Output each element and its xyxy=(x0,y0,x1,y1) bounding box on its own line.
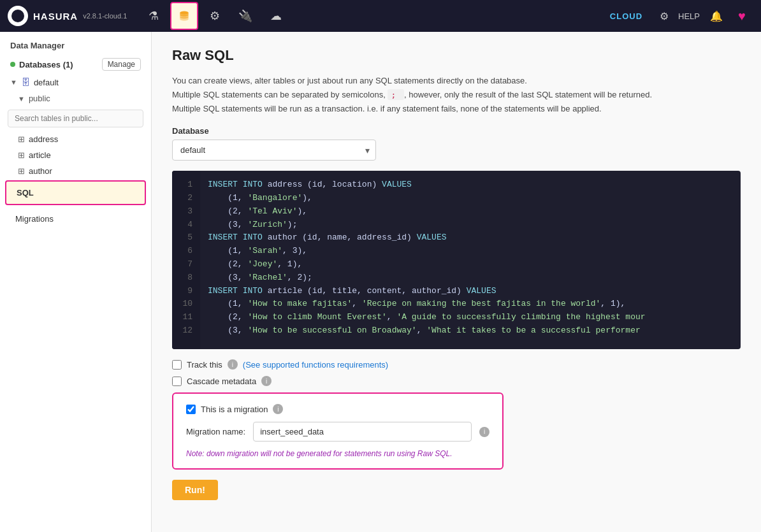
table-label-address: address xyxy=(29,134,58,144)
sql-nav-label: SQL xyxy=(17,188,34,198)
remote-schema-icon[interactable]: 🔌 xyxy=(231,2,259,30)
description-line1: You can create views, alter tables or ju… xyxy=(172,74,741,88)
page-title: Raw SQL xyxy=(172,47,741,64)
table-icon-author: ⊞ xyxy=(18,166,25,176)
actions-nav-icon[interactable]: ⚙ xyxy=(201,2,229,30)
migration-info-icon[interactable]: i xyxy=(273,404,283,414)
migration-name-info-icon[interactable]: i xyxy=(479,427,489,437)
sidebar-item-article[interactable]: ⊞ article xyxy=(0,147,151,163)
database-selector-wrapper: default ▾ xyxy=(172,140,376,161)
events-nav-icon[interactable]: ☁ xyxy=(262,2,290,30)
beaker-nav-icon[interactable]: ⚗ xyxy=(140,2,168,30)
table-label-article: article xyxy=(29,150,51,160)
sidebar-item-author[interactable]: ⊞ author xyxy=(0,163,151,179)
table-label-author: author xyxy=(29,166,52,176)
default-db-row[interactable]: ▼ 🗄 default xyxy=(0,73,151,91)
databases-text: Databases (1) xyxy=(19,60,73,69)
database-nav-icon[interactable] xyxy=(170,2,198,30)
cascade-metadata-checkbox[interactable] xyxy=(172,377,182,386)
is-migration-checkbox[interactable] xyxy=(186,405,196,414)
migration-box: This is a migration i Migration name: i … xyxy=(172,392,504,470)
sidebar-nav-migrations[interactable]: Migrations xyxy=(5,208,146,230)
databases-row: Databases (1) Manage xyxy=(0,55,151,73)
code-content[interactable]: INSERT INTO address (id, location) VALUE… xyxy=(200,171,741,349)
desc2-part1: Multiple SQL statements can be separated… xyxy=(172,90,386,99)
default-db-label: default xyxy=(34,78,59,87)
semicolon-code: ; xyxy=(388,89,404,100)
migration-note: Note: down migration will not be generat… xyxy=(186,449,489,458)
cascade-info-icon[interactable]: i xyxy=(261,376,272,386)
see-supported-link[interactable]: (See supported functions requirements) xyxy=(243,360,388,370)
databases-label: Databases (1) xyxy=(10,60,73,69)
run-button[interactable]: Run! xyxy=(172,480,218,500)
db-icon-svg xyxy=(178,10,191,22)
database-label: Database xyxy=(172,126,741,136)
search-input[interactable] xyxy=(8,110,143,127)
top-navigation: HASURA v2.8.1-cloud.1 ⚗ ⚙ 🔌 ☁ CLOUD ⚙ HE… xyxy=(0,0,761,32)
database-small-icon: 🗄 xyxy=(21,77,30,87)
track-this-checkbox[interactable] xyxy=(172,360,182,370)
settings-nav-icon[interactable]: ⚙ xyxy=(653,4,676,27)
main-layout: Data Manager Databases (1) Manage ▼ 🗄 de… xyxy=(0,32,761,532)
heart-nav-icon[interactable]: ♥ xyxy=(730,4,753,27)
migration-name-row: Migration name: i xyxy=(186,422,489,442)
sidebar-nav-sql[interactable]: SQL xyxy=(5,180,146,205)
caret-down-icon2: ▼ xyxy=(18,95,25,103)
line-numbers: 1234 5678 9101112 xyxy=(172,171,200,349)
cloud-label[interactable]: CLOUD xyxy=(610,11,642,21)
track-this-label[interactable]: Track this xyxy=(187,360,222,370)
migrations-nav-label: Migrations xyxy=(15,214,54,224)
table-icon-address: ⊞ xyxy=(18,134,25,144)
manage-button[interactable]: Manage xyxy=(102,58,141,71)
logo-text: HASURA xyxy=(33,11,78,22)
is-migration-row: This is a migration i xyxy=(186,404,489,414)
track-this-row: Track this i (See supported functions re… xyxy=(172,359,741,370)
main-content: Raw SQL You can create views, alter tabl… xyxy=(152,32,761,532)
data-manager-title: Data Manager xyxy=(0,32,151,55)
status-dot xyxy=(10,62,15,67)
migration-name-label: Migration name: xyxy=(186,427,245,436)
logo-circle xyxy=(8,6,28,26)
app-logo: HASURA v2.8.1-cloud.1 xyxy=(8,6,127,26)
public-schema-label: public xyxy=(29,94,50,103)
description-block: You can create views, alter tables or ju… xyxy=(172,74,741,116)
description-line2: Multiple SQL statements can be separated… xyxy=(172,88,741,102)
database-select[interactable]: default xyxy=(172,140,376,161)
cascade-metadata-row: Cascade metadata i xyxy=(172,376,741,386)
public-schema-row[interactable]: ▼ public xyxy=(0,91,151,106)
migration-name-input[interactable] xyxy=(253,422,472,442)
is-migration-label[interactable]: This is a migration xyxy=(201,405,268,414)
bell-nav-icon[interactable]: 🔔 xyxy=(705,4,728,27)
logo-inner xyxy=(11,10,24,22)
sql-code-editor[interactable]: 1234 5678 9101112 INSERT INTO address (i… xyxy=(172,171,741,349)
track-this-info-icon[interactable]: i xyxy=(228,359,238,370)
cascade-metadata-label[interactable]: Cascade metadata xyxy=(187,377,256,386)
logo-version: v2.8.1-cloud.1 xyxy=(83,12,127,20)
caret-down-icon: ▼ xyxy=(10,78,17,86)
sidebar-item-address[interactable]: ⊞ address xyxy=(0,131,151,147)
desc2-part2: , however, only the result of the last S… xyxy=(404,90,652,99)
sidebar: Data Manager Databases (1) Manage ▼ 🗄 de… xyxy=(0,32,152,532)
help-label[interactable]: HELP xyxy=(678,11,700,21)
description-line3: Multiple SQL statements will be run as a… xyxy=(172,102,741,116)
table-icon-article: ⊞ xyxy=(18,150,25,160)
